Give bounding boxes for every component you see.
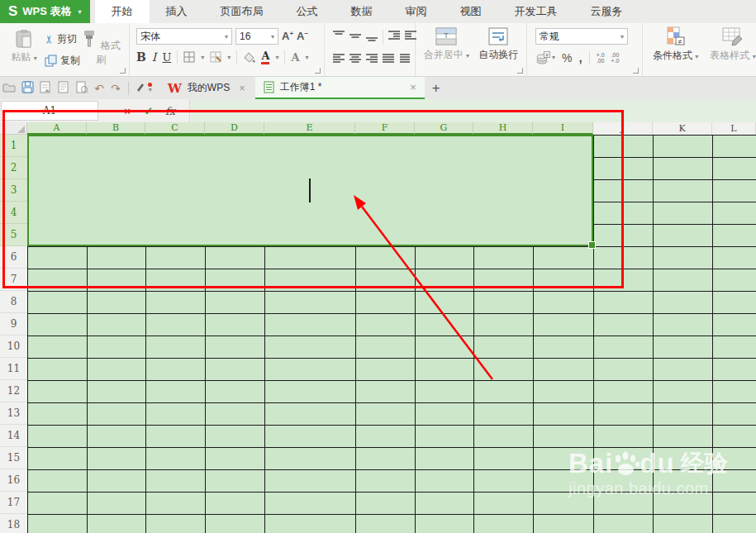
column-header-E[interactable]: E <box>264 122 355 135</box>
column-header-C[interactable]: C <box>145 122 205 135</box>
cut-button[interactable]: ✂ 剪切 <box>45 32 80 46</box>
name-box[interactable]: A1 <box>1 101 98 121</box>
align-middle-icon[interactable] <box>349 31 361 44</box>
row-header-2[interactable]: 2 <box>0 157 27 179</box>
paste-button[interactable]: 粘贴 ▾ <box>5 27 43 76</box>
row-header-16[interactable]: 16 <box>0 469 27 492</box>
group-expander-icon[interactable] <box>517 68 523 74</box>
chevron-down-icon[interactable]: ▾ <box>227 54 231 61</box>
close-icon[interactable]: × <box>239 82 245 94</box>
row-header-4[interactable]: 4 <box>0 202 27 224</box>
menu-tab-开始[interactable]: 开始 <box>95 0 150 23</box>
merge-center-button[interactable]: T 合并居中 ▾ <box>424 27 469 76</box>
copy-button[interactable]: 复制 <box>45 54 80 68</box>
fill-color-icon[interactable] <box>243 51 255 63</box>
align-bottom-icon[interactable] <box>366 31 378 44</box>
row-header-9[interactable]: 9 <box>0 313 27 336</box>
increase-decimal-button[interactable]: +.0.00 <box>597 52 605 64</box>
row-header-18[interactable]: 18 <box>0 514 27 533</box>
menu-tab-云服务[interactable]: 云服务 <box>574 0 640 23</box>
font-family-select[interactable]: 宋体 ▾ <box>136 28 232 45</box>
select-all-corner[interactable] <box>0 122 27 135</box>
justify-icon[interactable] <box>383 54 394 67</box>
wps-logo[interactable]: S WPS 表格 ▾ <box>0 0 90 23</box>
insert-function-button[interactable]: fx <box>159 105 181 117</box>
table-style-button[interactable]: 表格样式 ▾ <box>710 26 755 76</box>
distributed-align-icon[interactable] <box>399 54 411 67</box>
menu-tab-开发工具[interactable]: 开发工具 <box>498 0 574 23</box>
underline-button[interactable]: U <box>162 51 171 64</box>
clear-format-button[interactable]: A <box>291 51 299 64</box>
decrease-font-button[interactable]: A− <box>297 30 308 42</box>
column-header-A[interactable]: A <box>27 122 87 135</box>
menu-tab-视图[interactable]: 视图 <box>444 0 498 23</box>
row-header-10[interactable]: 10 <box>0 336 27 358</box>
chevron-down-icon[interactable]: ▾ <box>201 54 204 61</box>
comma-format-button[interactable]: , <box>578 50 582 64</box>
tab-workbook1[interactable]: 工作簿1 * × <box>255 77 425 99</box>
column-header-D[interactable]: D <box>205 122 264 135</box>
print-preview-button[interactable] <box>73 81 91 96</box>
increase-font-button[interactable]: A+ <box>282 30 293 42</box>
column-header-L[interactable]: L <box>712 122 756 135</box>
decrease-indent-icon[interactable] <box>388 31 400 44</box>
row-header-5[interactable]: 5 <box>0 224 27 246</box>
row-header-1[interactable]: 1 <box>0 135 27 157</box>
column-header-F[interactable]: F <box>355 122 415 135</box>
row-header-11[interactable]: 11 <box>0 358 27 380</box>
row-header-15[interactable]: 15 <box>0 447 27 469</box>
number-format-select[interactable]: 常规 ▾ <box>535 28 628 45</box>
borders-icon[interactable] <box>183 51 195 63</box>
font-color-button[interactable]: A <box>261 50 269 64</box>
column-header-H[interactable]: H <box>473 122 533 135</box>
confirm-entry-button[interactable]: ✓ <box>138 105 159 117</box>
close-icon[interactable]: × <box>410 81 416 93</box>
redo-button[interactable]: ↷ <box>107 82 124 95</box>
italic-button[interactable]: I <box>152 50 157 64</box>
row-header-3[interactable]: 3 <box>0 179 27 202</box>
percent-format-button[interactable]: % <box>562 51 572 64</box>
tab-my-wps[interactable]: W 我的WPS × <box>158 77 255 99</box>
new-tab-button[interactable]: + <box>425 80 448 97</box>
menu-tab-公式[interactable]: 公式 <box>280 0 335 23</box>
export-button[interactable] <box>36 81 55 96</box>
decrease-decimal-button[interactable]: .00+.0 <box>611 52 620 64</box>
draw-border-icon[interactable] <box>210 51 221 63</box>
print-button[interactable] <box>55 81 73 96</box>
column-header-J[interactable]: J <box>593 122 653 135</box>
column-header-I[interactable]: I <box>533 122 593 135</box>
row-header-14[interactable]: 14 <box>0 425 27 447</box>
row-header-6[interactable]: 6 <box>0 246 27 269</box>
align-top-icon[interactable] <box>333 31 345 44</box>
increase-indent-icon[interactable] <box>405 31 416 44</box>
customize-toolbar-button[interactable]: ▾ <box>133 82 155 94</box>
column-header-K[interactable]: K <box>653 122 712 135</box>
font-size-select[interactable]: 16 ▾ <box>235 28 278 45</box>
row-header-17[interactable]: 17 <box>0 492 27 514</box>
menu-tab-页面布局[interactable]: 页面布局 <box>204 0 280 23</box>
group-expander-icon[interactable] <box>120 68 126 74</box>
chevron-down-icon[interactable]: ▾ <box>275 54 278 61</box>
menu-tab-审阅[interactable]: 审阅 <box>389 0 444 23</box>
row-header-12[interactable]: 12 <box>0 380 27 402</box>
bold-button[interactable]: B <box>136 50 146 64</box>
align-left-icon[interactable] <box>333 54 345 67</box>
column-header-G[interactable]: G <box>415 122 473 135</box>
row-header-13[interactable]: 13 <box>0 402 27 425</box>
align-center-icon[interactable] <box>349 54 361 67</box>
currency-format-button[interactable]: ¥ ▾ <box>535 51 555 64</box>
row-header-8[interactable]: 8 <box>0 291 27 313</box>
group-expander-icon[interactable] <box>315 68 321 74</box>
menu-tab-数据[interactable]: 数据 <box>335 0 389 23</box>
format-painter-button[interactable]: 格式刷 <box>80 27 121 76</box>
wrap-text-button[interactable]: 自动换行 <box>478 27 518 76</box>
menu-tab-插入[interactable]: 插入 <box>150 0 204 23</box>
save-button[interactable] <box>18 81 36 96</box>
row-header-7[interactable]: 7 <box>0 269 27 291</box>
chevron-down-icon[interactable]: ▾ <box>306 54 309 61</box>
cancel-entry-button[interactable]: × <box>116 105 138 117</box>
group-expander-icon[interactable] <box>633 68 639 74</box>
fill-handle[interactable] <box>588 241 596 249</box>
align-right-icon[interactable] <box>366 54 378 67</box>
conditional-format-button[interactable]: ≠ 条件格式 ▾ <box>653 26 698 76</box>
